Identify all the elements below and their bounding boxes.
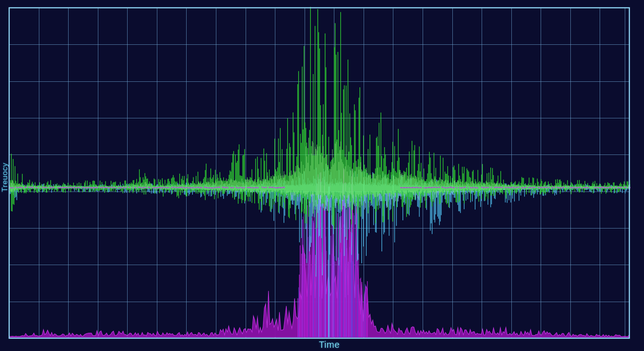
waveform-canvas [0,0,644,351]
waveform-chart: Treuocy Time [0,0,644,351]
x-axis-label: Time [0,340,644,350]
y-axis-label: Treuocy [0,163,10,192]
